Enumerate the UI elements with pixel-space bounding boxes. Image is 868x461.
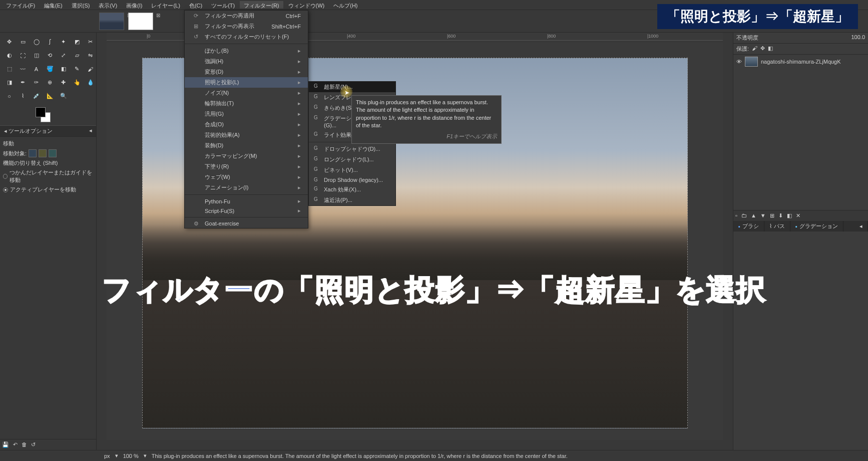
transform-tool[interactable]: ◫ (30, 49, 43, 62)
filter-script-fu[interactable]: Script-Fu(S)▸ (185, 206, 308, 215)
layer-thumbnail[interactable] (745, 57, 758, 67)
image-tab-1[interactable]: ⊠ (99, 13, 124, 30)
bucket-tool[interactable]: 🪣 (44, 63, 56, 75)
filter-render[interactable]: 下塗り(R)▸ (185, 161, 308, 172)
filter-goat[interactable]: ⚙Goat-exercise (185, 219, 308, 228)
raise-layer-icon[interactable]: ▲ (751, 212, 756, 219)
brush-tool[interactable]: 🖌 (84, 63, 97, 75)
menu-help[interactable]: ヘルプ(H) (329, 1, 361, 9)
flip-tool[interactable]: ⇋ (84, 49, 97, 62)
duplicate-layer-icon[interactable]: ⊞ (770, 212, 774, 219)
ellipse-select-tool[interactable]: ◯ (30, 36, 43, 48)
perspective-tool[interactable]: ▱ (71, 49, 83, 62)
filter-distort[interactable]: 変形(D)▸ (185, 67, 308, 77)
lower-layer-icon[interactable]: ▼ (760, 212, 766, 219)
filter-reset-all[interactable]: ↺すべてのフィルターのリセット(F) (185, 32, 308, 42)
pencil-tool[interactable]: ✎ (71, 63, 83, 75)
lasso-tool[interactable]: ʃ (44, 36, 56, 48)
panel-menu-icon[interactable]: ◂ (89, 127, 92, 135)
filter-combine[interactable]: 合成(O)▸ (185, 119, 308, 130)
lock-alpha-icon[interactable]: ◧ (768, 45, 773, 53)
menu-select[interactable]: 選択(S) (68, 1, 94, 9)
filter-python-fu[interactable]: Python-Fu▸ (185, 196, 308, 206)
fuzzy-select-tool[interactable]: ✦ (57, 36, 70, 48)
filter-reshow[interactable]: ⊞フィルターの再表示Shift+Ctrl+F (185, 21, 308, 32)
layer-name[interactable]: nagatoshi-shimamura-ZLjMqugK (761, 59, 841, 65)
xach-effect-item[interactable]: GXach 効果(X)... (309, 184, 395, 195)
drop-shadow-legacy-item[interactable]: GDrop Shadow (legacy)... (309, 175, 395, 184)
close-icon[interactable]: ⊠ (156, 13, 160, 18)
crop-tool[interactable]: ⛶ (17, 49, 29, 62)
filter-light-shadow[interactable]: 照明と投影(L)▸ (185, 77, 308, 88)
unit-select[interactable]: px (104, 453, 110, 459)
tab-brushes[interactable]: ▪ブラシ (733, 221, 764, 232)
mask-layer-icon[interactable]: ◧ (787, 212, 792, 219)
text-tool[interactable]: A (30, 63, 43, 75)
menu-view[interactable]: 表示(V) (95, 1, 121, 9)
filter-generic[interactable]: 汎用(G)▸ (185, 109, 308, 119)
blur-tool[interactable]: 💧 (84, 76, 97, 89)
image-tab-2[interactable]: ⊠ (128, 13, 153, 30)
tab-menu-icon[interactable]: ◂ (854, 221, 868, 232)
menu-color[interactable]: 色(C) (185, 1, 206, 9)
drop-shadow-item[interactable]: Gドロップシャドウ(D)... (309, 144, 395, 154)
gradient-tool[interactable]: ◧ (57, 63, 70, 75)
new-layer-icon[interactable]: ▫ (735, 212, 737, 219)
filter-web[interactable]: ウェブ(W)▸ (185, 172, 308, 182)
delete-options-icon[interactable]: 🗑 (22, 441, 27, 448)
target-selection-icon[interactable] (39, 149, 47, 157)
measure-tool[interactable]: 📐 (44, 90, 56, 102)
long-shadow-item[interactable]: Gロングシャドウ(L)... (309, 154, 395, 165)
select-by-color-tool[interactable]: ◩ (71, 36, 83, 48)
heal-tool[interactable]: ✚ (57, 76, 70, 89)
foreground-color[interactable] (36, 107, 46, 117)
reset-options-icon[interactable]: ↺ (31, 441, 36, 448)
zoom-tool[interactable]: 🔍 (57, 90, 70, 102)
vignette-item[interactable]: Gビネット(V)... (309, 165, 395, 175)
opacity-value[interactable]: 100.0 (851, 34, 865, 42)
airbrush-tool[interactable]: ✒ (17, 76, 29, 89)
warp-tool[interactable]: 〰 (17, 63, 29, 75)
menu-tools[interactable]: ツール(T) (207, 1, 239, 9)
ink-tool[interactable]: ✑ (30, 76, 43, 89)
filter-repeat[interactable]: ⟳フィルターの再適用Ctrl+F (185, 11, 308, 21)
rect-select-tool[interactable]: ▭ (17, 36, 29, 48)
filter-map[interactable]: カラーマッピング(M)▸ (185, 151, 308, 161)
filter-decor[interactable]: 装飾(D)▸ (185, 140, 308, 151)
menu-edit[interactable]: 編集(E) (40, 1, 67, 9)
filter-edge[interactable]: 輪郭抽出(T)▸ (185, 98, 308, 109)
scissors-tool[interactable]: ✂ (84, 36, 97, 48)
filter-noise[interactable]: ノイズ(N)▸ (185, 88, 308, 98)
menu-window[interactable]: ウィンドウ(W) (284, 1, 329, 9)
dodge-tool[interactable]: ○ (3, 90, 16, 102)
radio-active[interactable] (3, 187, 8, 192)
delete-layer-icon[interactable]: ✕ (796, 212, 800, 219)
color-swatch[interactable] (36, 107, 51, 122)
new-group-icon[interactable]: 🗀 (741, 212, 747, 219)
move-tool[interactable]: ✥ (3, 36, 16, 48)
target-layer-icon[interactable] (29, 149, 37, 157)
visibility-icon[interactable]: 👁 (736, 59, 742, 65)
merge-layer-icon[interactable]: ⬇ (778, 212, 783, 219)
eraser-tool[interactable]: ◨ (3, 76, 16, 89)
foreground-select-tool[interactable]: ◐ (3, 49, 16, 62)
filter-blur[interactable]: ぼかし(B)▸ (185, 46, 308, 56)
lock-pixels-icon[interactable]: 🖌 (752, 45, 757, 53)
filter-enhance[interactable]: 強調(H)▸ (185, 56, 308, 67)
filter-animation[interactable]: アニメーション(I)▸ (185, 182, 308, 193)
perspective-item[interactable]: G遠近法(P)... (309, 195, 395, 205)
menu-layer[interactable]: レイヤー(L) (147, 1, 184, 9)
restore-options-icon[interactable]: ↶ (13, 441, 18, 448)
menu-image[interactable]: 画像(I) (122, 1, 146, 9)
save-options-icon[interactable]: 💾 (2, 441, 9, 448)
clone-tool[interactable]: ⊕ (44, 76, 56, 89)
filter-artistic[interactable]: 芸術的効果(A)▸ (185, 130, 308, 140)
path-tool[interactable]: ⌇ (17, 90, 29, 102)
lock-position-icon[interactable]: ✥ (760, 45, 765, 53)
smudge-tool[interactable]: 👆 (71, 76, 83, 89)
tab-gradients[interactable]: ▪グラデーション (790, 221, 843, 232)
menu-file[interactable]: ファイル(F) (2, 1, 39, 9)
zoom-level[interactable]: 100 % (123, 453, 139, 459)
scale-tool[interactable]: ⤢ (57, 49, 70, 62)
layer-row[interactable]: 👁 nagatoshi-shimamura-ZLjMqugK (733, 55, 868, 69)
